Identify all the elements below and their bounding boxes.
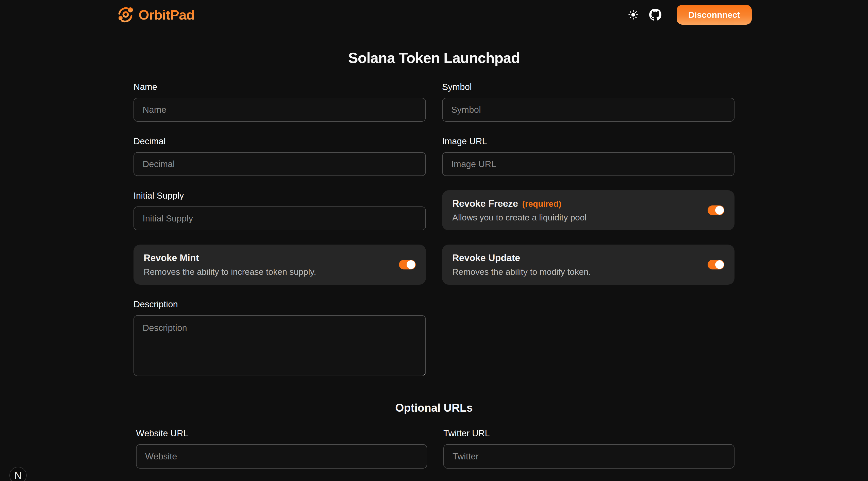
name-label: Name <box>133 82 426 92</box>
revoke-update-text: Revoke Update Removes the ability to mod… <box>452 253 591 277</box>
revoke-freeze-description: Allows you to create a liquidity pool <box>452 213 587 222</box>
twitter-url-input[interactable] <box>443 444 735 469</box>
github-icon <box>649 9 661 21</box>
decimal-input[interactable] <box>133 152 426 176</box>
twitter-url-field: Twitter URL <box>443 428 735 469</box>
header: OrbitPad <box>0 0 868 29</box>
revoke-update-description: Removes the ability to modify token. <box>452 267 591 277</box>
toggle-knob <box>715 206 724 215</box>
name-field: Name <box>133 82 426 122</box>
launchpad-form: Solana Token Launchpad Name Symbol Decim… <box>133 49 735 469</box>
orbitpad-logo-icon <box>117 7 133 23</box>
disconnect-button[interactable]: Disconnnect <box>677 5 752 25</box>
website-url-label: Website URL <box>136 428 427 439</box>
description-field: Description <box>133 299 426 377</box>
image-url-input[interactable] <box>442 152 735 176</box>
initial-supply-input[interactable] <box>133 207 426 230</box>
revoke-mint-title: Revoke Mint <box>144 253 316 263</box>
optional-urls-grid: Website URL Twitter URL <box>133 428 735 469</box>
initial-supply-field: Initial Supply <box>133 190 426 230</box>
revoke-freeze-required-note: (required) <box>522 199 561 209</box>
description-textarea[interactable] <box>133 315 426 376</box>
toggle-knob <box>715 260 724 269</box>
header-actions: Disconnnect <box>628 5 752 25</box>
symbol-input[interactable] <box>442 98 735 122</box>
form-grid: Name Symbol Decimal Image URL Initial Su… <box>133 82 735 377</box>
website-url-input[interactable] <box>136 444 427 469</box>
description-label: Description <box>133 299 426 309</box>
revoke-mint-card: Revoke Mint Removes the ability to incre… <box>133 245 426 285</box>
initial-supply-label: Initial Supply <box>133 190 426 201</box>
revoke-update-toggle[interactable] <box>708 260 724 269</box>
revoke-update-card: Revoke Update Removes the ability to mod… <box>442 245 735 285</box>
revoke-freeze-toggle[interactable] <box>708 206 724 215</box>
symbol-label: Symbol <box>442 82 735 92</box>
grid-spacer <box>442 299 735 377</box>
revoke-freeze-card: Revoke Freeze (required) Allows you to c… <box>442 190 735 230</box>
revoke-mint-description: Removes the ability to increase token su… <box>144 267 316 277</box>
sun-icon <box>628 9 639 20</box>
image-url-field: Image URL <box>442 136 735 176</box>
revoke-update-title: Revoke Update <box>452 253 591 263</box>
nextjs-dev-badge[interactable]: N <box>9 467 27 481</box>
revoke-freeze-text: Revoke Freeze (required) Allows you to c… <box>452 198 587 222</box>
image-url-label: Image URL <box>442 136 735 147</box>
toggle-knob <box>407 260 415 269</box>
brand-name: OrbitPad <box>138 7 194 23</box>
revoke-mint-toggle[interactable] <box>399 260 416 269</box>
theme-toggle-button[interactable] <box>628 9 639 20</box>
decimal-label: Decimal <box>133 136 426 147</box>
website-url-field: Website URL <box>136 428 427 469</box>
twitter-url-label: Twitter URL <box>443 428 735 439</box>
optional-urls-heading: Optional URLs <box>133 401 735 414</box>
revoke-mint-text: Revoke Mint Removes the ability to incre… <box>144 253 316 277</box>
github-link-button[interactable] <box>649 9 661 21</box>
page-title: Solana Token Launchpad <box>133 49 735 66</box>
orbitpad-logo[interactable]: OrbitPad <box>117 7 194 23</box>
revoke-freeze-title: Revoke Freeze <box>452 198 518 209</box>
symbol-field: Symbol <box>442 82 735 122</box>
name-input[interactable] <box>133 98 426 122</box>
decimal-field: Decimal <box>133 136 426 176</box>
